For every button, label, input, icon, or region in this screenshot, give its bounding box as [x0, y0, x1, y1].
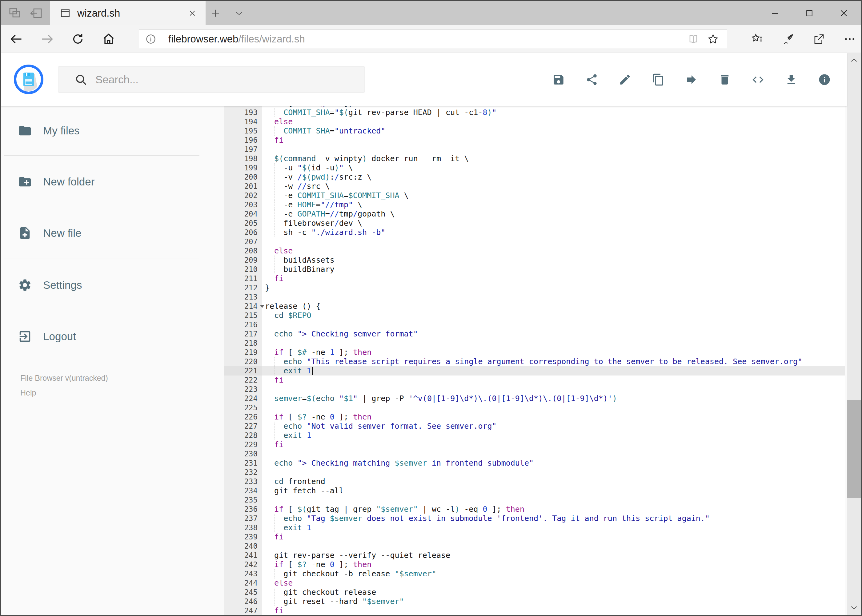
line-number[interactable]: 200	[224, 173, 262, 182]
code-line[interactable]: 244 else	[224, 578, 845, 588]
search-input[interactable]	[95, 74, 364, 86]
code-line[interactable]: 204 -e GOPATH=//tmp/gopath \	[224, 209, 845, 218]
code-line[interactable]: 222 fi	[224, 376, 845, 385]
code-line[interactable]: 201 -w //src \	[224, 182, 845, 191]
code-line[interactable]: 195 COMMIT_SHA="untracked"	[224, 126, 845, 136]
code-line[interactable]: 214release () {	[224, 302, 845, 311]
line-number[interactable]: 209	[224, 256, 262, 265]
line-number[interactable]: 229	[224, 440, 262, 449]
line-number[interactable]: 243	[224, 569, 262, 578]
forward-button[interactable]	[40, 32, 54, 46]
code-line[interactable]: 223	[224, 385, 845, 394]
share-button[interactable]	[585, 73, 598, 86]
close-button[interactable]	[827, 1, 861, 25]
line-number[interactable]: 233	[224, 477, 262, 486]
line-number[interactable]: 222	[224, 376, 262, 385]
new-tab-button[interactable]	[210, 8, 221, 19]
code-line[interactable]: 196 fi	[224, 136, 845, 145]
line-number[interactable]: 224	[224, 394, 262, 403]
line-number[interactable]: 225	[224, 403, 262, 412]
line-number[interactable]: 241	[224, 551, 262, 560]
move-button[interactable]	[685, 73, 698, 86]
code-line[interactable]: 232	[224, 468, 845, 477]
line-number[interactable]: 240	[224, 542, 262, 551]
line-number[interactable]: 228	[224, 431, 262, 440]
code-line[interactable]: 235	[224, 495, 845, 504]
tab-wizard-sh[interactable]: wizard.sh	[50, 1, 206, 25]
code-line[interactable]: 237 echo "Tag $semver does not exist in …	[224, 514, 845, 523]
annotate-pen-icon[interactable]	[782, 33, 794, 46]
code-line[interactable]: 230	[224, 449, 845, 459]
refresh-button[interactable]	[71, 32, 85, 46]
code-line[interactable]: 242 if [ $? -ne 0 ]; then	[224, 560, 845, 569]
line-number[interactable]: 219	[224, 348, 262, 357]
line-number[interactable]: 214	[224, 302, 262, 311]
code-line[interactable]: 198 $(command -v winpty) docker run --rm…	[224, 154, 845, 163]
line-number[interactable]: 238	[224, 523, 262, 532]
tab-preview-icon[interactable]	[7, 6, 22, 20]
download-button[interactable]	[785, 73, 798, 86]
sidebar-item-new-file[interactable]: New file	[1, 207, 224, 259]
line-number[interactable]: 205	[224, 218, 262, 228]
line-number[interactable]: 232	[224, 468, 262, 477]
line-number[interactable]: 237	[224, 514, 262, 523]
tab-list-chevron-icon[interactable]	[233, 8, 245, 19]
delete-button[interactable]	[718, 73, 731, 86]
code-line[interactable]: 194 else	[224, 117, 845, 126]
sidebar-item-my-files[interactable]: My files	[1, 106, 224, 155]
code-line[interactable]: 202 -e COMMIT_SHA=$COMMIT_SHA \	[224, 191, 845, 200]
code-line[interactable]: 215 cd $REPO	[224, 311, 845, 320]
sidebar-item-settings[interactable]: Settings	[1, 259, 224, 311]
save-button[interactable]	[552, 73, 565, 86]
line-number[interactable]: 217	[224, 329, 262, 339]
line-number[interactable]: 196	[224, 136, 262, 145]
code-line[interactable]: 231 echo "> Checking matching $semver in…	[224, 459, 845, 468]
line-number[interactable]: 204	[224, 209, 262, 218]
line-number[interactable]: 226	[224, 412, 262, 422]
code-line[interactable]: 206 sh -c "./wizard.sh -b"	[224, 228, 845, 237]
code-line[interactable]: 203 -e HOME="//tmp" \	[224, 200, 845, 209]
code-line[interactable]: 210 buildBinary	[224, 265, 845, 274]
line-number[interactable]: 246	[224, 597, 262, 606]
rename-button[interactable]	[619, 73, 632, 86]
line-number[interactable]: 220	[224, 357, 262, 366]
site-info-icon[interactable]	[145, 33, 156, 45]
code-line[interactable]: 241 git rev-parse --verify --quiet relea…	[224, 551, 845, 560]
code-line[interactable]: 219 if [ $# -ne 1 ]; then	[224, 348, 845, 357]
fold-arrow-icon[interactable]	[260, 305, 264, 308]
code-line[interactable]: 238 exit 1	[224, 523, 845, 532]
address-bar[interactable]: filebrowser.web/files/wizard.sh	[139, 29, 727, 49]
code-line[interactable]: 236 if [ $(git tag | grep "$semver" | wc…	[224, 504, 845, 514]
page-scrollbar[interactable]	[847, 53, 861, 615]
code-line[interactable]: 225	[224, 403, 845, 412]
code-line[interactable]: 234 git fetch --all	[224, 486, 845, 495]
line-number[interactable]: 202	[224, 191, 262, 200]
line-number[interactable]: 242	[224, 560, 262, 569]
code-line[interactable]: 224 semver=$(echo "$1" | grep -P '^v(0|[…	[224, 394, 845, 403]
line-number[interactable]: 207	[224, 237, 262, 246]
line-number[interactable]: 198	[224, 154, 262, 163]
line-number[interactable]: 212	[224, 283, 262, 292]
line-number[interactable]: 223	[224, 385, 262, 394]
code-line[interactable]: 220 echo "This release script requires a…	[224, 357, 845, 366]
code-line[interactable]: 199 -u "$(id -u)" \	[224, 163, 845, 173]
sidebar-item-logout[interactable]: Logout	[1, 311, 224, 362]
sidebar-item-new-folder[interactable]: New folder	[1, 156, 224, 207]
scroll-down-button[interactable]	[847, 602, 861, 614]
line-number[interactable]: 215	[224, 311, 262, 320]
url-text[interactable]: filebrowser.web/files/wizard.sh	[168, 33, 305, 45]
code-line[interactable]: 221 exit 1	[224, 366, 845, 376]
line-number[interactable]: 195	[224, 126, 262, 136]
scrollbar-thumb[interactable]	[847, 400, 861, 498]
code-line[interactable]: 239 fi	[224, 532, 845, 542]
code-line[interactable]: 247 fi	[224, 606, 845, 615]
code-line[interactable]: 227 echo "Not valid semver format. See s…	[224, 422, 845, 431]
scroll-up-button[interactable]	[847, 54, 861, 66]
line-number[interactable]: 236	[224, 504, 262, 514]
code-line[interactable]: 197	[224, 145, 845, 154]
line-number[interactable]: 206	[224, 228, 262, 237]
line-number[interactable]: 193	[224, 108, 262, 117]
line-number[interactable]: 201	[224, 182, 262, 191]
line-number[interactable]: 208	[224, 246, 262, 256]
line-number[interactable]: 213	[224, 292, 262, 302]
